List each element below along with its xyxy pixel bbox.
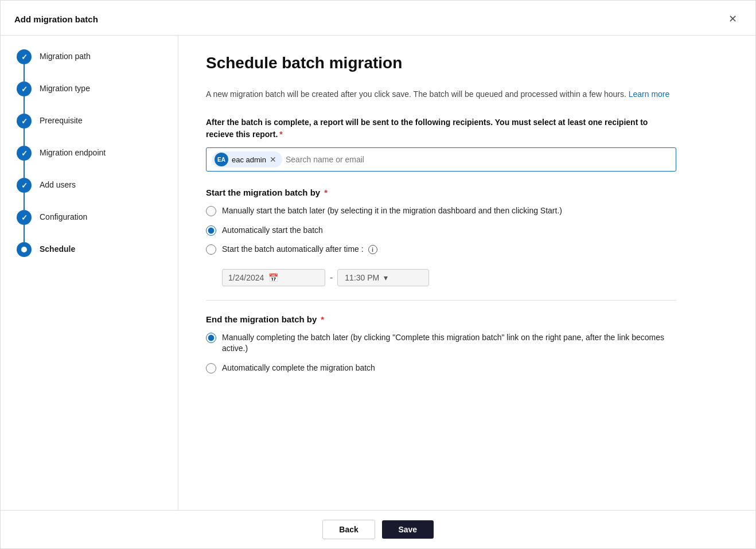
step-circle-migration-endpoint: ✓ [17, 146, 32, 161]
step-label-migration-path: Migration path [40, 49, 91, 78]
dash-separator: - [330, 272, 333, 283]
step-label-migration-endpoint: Migration endpoint [40, 146, 106, 174]
page-title: Schedule batch migration [206, 54, 728, 72]
close-button[interactable]: ✕ [723, 10, 742, 28]
step-label-configuration: Configuration [40, 210, 87, 239]
step-circle-migration-type: ✓ [17, 81, 32, 96]
recipient-name: eac admin [232, 155, 266, 164]
dialog-body: ✓ Migration path ✓ Migration type [1, 36, 755, 510]
start-radio-automatically[interactable] [206, 225, 216, 236]
start-label-automatically: Automatically start the batch [222, 225, 323, 236]
dialog-footer: Back Save [1, 510, 755, 548]
sidebar-item-prerequisite[interactable]: ✓ Prerequisite [17, 114, 178, 146]
search-input[interactable] [286, 155, 670, 164]
step-circle-migration-path: ✓ [17, 49, 32, 64]
section-divider [206, 300, 676, 301]
end-section-label: End the migration batch by * [206, 314, 728, 324]
time-select[interactable]: 11:30 PM ▾ [337, 269, 429, 286]
start-radio-after-time[interactable] [206, 244, 216, 255]
end-label-manually: Manually completing the batch later (by … [222, 332, 676, 355]
date-input[interactable]: 1/24/2024 📅 [222, 269, 325, 286]
step-circle-schedule [17, 242, 32, 257]
recipients-field-label: After the batch is complete, a report wi… [206, 116, 676, 141]
dialog-title: Add migration batch [14, 14, 98, 24]
recipient-input-wrap[interactable]: EA eac admin ✕ [206, 147, 676, 172]
sidebar: ✓ Migration path ✓ Migration type [1, 36, 178, 510]
main-content: Schedule batch migration A new migration… [178, 36, 755, 510]
start-label-manually: Manually start the batch later (by selec… [222, 205, 562, 217]
end-option-auto-complete[interactable]: Automatically complete the migration bat… [206, 363, 676, 374]
end-option-manually[interactable]: Manually completing the batch later (by … [206, 332, 676, 355]
back-button[interactable]: Back [322, 520, 375, 539]
sidebar-item-schedule[interactable]: Schedule [17, 242, 178, 271]
info-text: A new migration batch will be created af… [206, 88, 676, 100]
sidebar-item-migration-type[interactable]: ✓ Migration type [17, 81, 178, 114]
end-radio-manually[interactable] [206, 333, 216, 343]
chevron-down-icon: ▾ [384, 273, 388, 282]
info-icon: i [368, 245, 377, 254]
dialog-header: Add migration batch ✕ [1, 1, 755, 36]
step-label-migration-type: Migration type [40, 81, 90, 110]
recipient-remove-button[interactable]: ✕ [270, 155, 276, 163]
start-radio-group: Manually start the batch later (by selec… [206, 205, 676, 286]
time-value: 11:30 PM [345, 273, 379, 282]
calendar-icon: 📅 [268, 273, 278, 282]
end-radio-auto-complete[interactable] [206, 363, 216, 373]
add-migration-batch-dialog: Add migration batch ✕ ✓ Migration path [0, 0, 756, 549]
start-section-label: Start the migration batch by * [206, 188, 728, 197]
step-label-schedule: Schedule [40, 242, 75, 271]
step-label-prerequisite: Prerequisite [40, 114, 83, 142]
start-option-after-time[interactable]: Start the batch automatically after time… [206, 244, 676, 255]
end-radio-group: Manually completing the batch later (by … [206, 332, 676, 374]
sidebar-item-configuration[interactable]: ✓ Configuration [17, 210, 178, 242]
step-circle-prerequisite: ✓ [17, 114, 32, 129]
sidebar-item-add-users[interactable]: ✓ Add users [17, 178, 178, 210]
start-radio-manually[interactable] [206, 206, 216, 216]
datetime-row: 1/24/2024 📅 - 11:30 PM ▾ [222, 269, 578, 286]
sidebar-item-migration-endpoint[interactable]: ✓ Migration endpoint [17, 146, 178, 178]
step-circle-add-users: ✓ [17, 178, 32, 193]
end-label-auto-complete: Automatically complete the migration bat… [222, 363, 375, 374]
recipient-tag: EA eac admin ✕ [212, 151, 282, 168]
step-circle-configuration: ✓ [17, 210, 32, 225]
step-label-add-users: Add users [40, 178, 76, 207]
start-option-automatically[interactable]: Automatically start the batch [206, 225, 676, 236]
start-label-after-time: Start the batch automatically after time… [222, 244, 377, 255]
learn-more-link[interactable]: Learn more [629, 89, 670, 99]
recipient-avatar: EA [215, 153, 228, 166]
sidebar-item-migration-path[interactable]: ✓ Migration path [17, 49, 178, 81]
date-value: 1/24/2024 [228, 273, 264, 282]
save-button[interactable]: Save [382, 520, 434, 539]
start-option-manually[interactable]: Manually start the batch later (by selec… [206, 205, 676, 217]
